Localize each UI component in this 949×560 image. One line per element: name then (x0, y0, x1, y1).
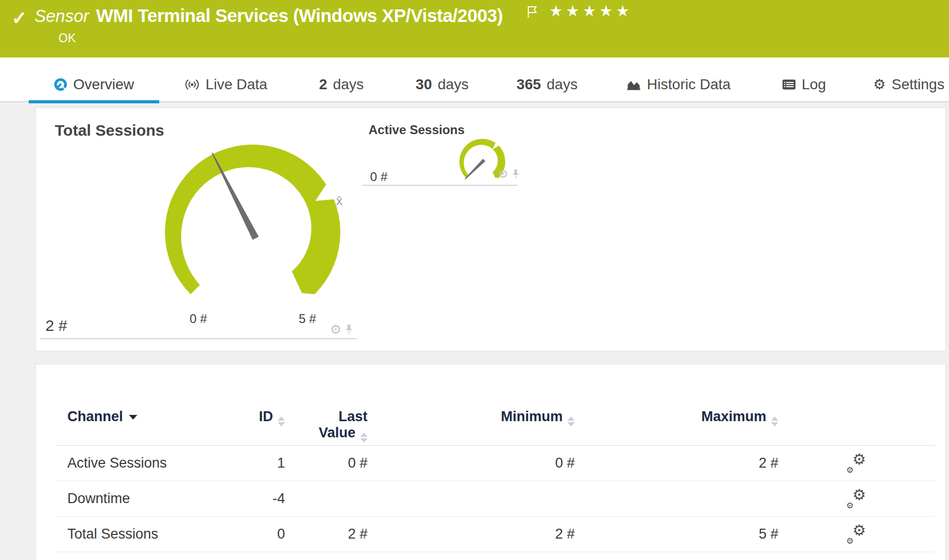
log-icon (782, 79, 796, 90)
channel-id: 0 (187, 526, 285, 542)
sensor-header: ✓ Sensor WMI Terminal Services (Windows … (0, 0, 949, 57)
area-chart-icon (626, 78, 641, 91)
active-sessions-current-value: 0 # (370, 170, 387, 184)
gauge-scale-min: 0 # (183, 312, 214, 326)
tab-label: days (438, 76, 469, 93)
channel-minimum: 0 # (367, 455, 575, 471)
gauge-toolbar: ⚙ (330, 323, 353, 336)
tab-label: Live Data (206, 76, 267, 93)
channel-last-value: 0 # (285, 455, 367, 471)
sort-icon (771, 416, 778, 426)
total-sessions-gauge (159, 140, 347, 318)
table-header-row: Channel ID Last Value Minimum Maximum (56, 364, 935, 446)
column-header-last-value[interactable]: Last Value (285, 364, 367, 443)
channel-settings-gears-icon[interactable]: ⚙⚙ (847, 490, 866, 508)
sensor-status-text: OK (58, 31, 76, 45)
gauge-needle (466, 160, 485, 179)
channel-settings-gears-icon[interactable]: ⚙⚙ (847, 525, 866, 544)
table-row[interactable]: Total Sessions 0 2 # 2 # 5 # ⚙⚙ (56, 517, 935, 552)
tab-day-number: 2 (319, 76, 327, 93)
gauge-toolbar: ⚙ (498, 169, 519, 180)
tab-log[interactable]: Log (777, 57, 831, 102)
pin-icon[interactable] (345, 324, 353, 335)
gear-icon[interactable]: ⚙ (498, 169, 508, 180)
gauges-panel: Total Sessions x̄ 0 # 5 # 2 # ⚙ Active S… (35, 108, 946, 351)
tab-overview[interactable]: Overview (29, 57, 159, 102)
sort-icon (278, 416, 285, 426)
active-sessions-gauge-title: Active Sessions (369, 123, 465, 137)
priority-stars[interactable]: ★★★★★ (549, 2, 633, 20)
tab-live-data[interactable]: Live Data (180, 57, 271, 102)
channel-id: 1 (187, 455, 285, 471)
tab-day-number: 30 (416, 76, 432, 93)
status-ok-check-icon: ✓ (11, 7, 27, 29)
channel-name[interactable]: Total Sessions (56, 526, 187, 542)
column-header-maximum[interactable]: Maximum (575, 364, 778, 426)
channel-table-panel: Channel ID Last Value Minimum Maximum Ac… (35, 364, 946, 560)
sort-icon (567, 416, 575, 426)
column-header-channel[interactable]: Channel (56, 364, 187, 425)
tab-bar: Overview Live Data 2 days 30 days 365 da… (0, 57, 949, 102)
gauge-divider (40, 338, 357, 339)
column-header-minimum[interactable]: Minimum (367, 364, 575, 426)
channel-maximum: 5 # (575, 526, 778, 542)
total-sessions-gauge-title: Total Sessions (55, 122, 164, 139)
tab-30-days[interactable]: 30 days (411, 57, 473, 102)
channel-last-value: 2 # (285, 526, 367, 542)
gear-icon: ⚙ (873, 78, 886, 92)
gauge-divider (362, 185, 517, 186)
channel-settings-gears-icon[interactable]: ⚙⚙ (847, 454, 866, 473)
total-sessions-current-value: 2 # (45, 317, 67, 335)
tab-label: Overview (73, 76, 134, 93)
table-row[interactable]: Active Sessions 1 0 # 0 # 2 # ⚙⚙ (56, 446, 935, 481)
tab-365-days[interactable]: 365 days (513, 57, 581, 102)
channel-id: -4 (187, 491, 285, 507)
gauge-mean-marker: x̄ (336, 194, 342, 208)
tab-day-number: 365 (517, 76, 541, 93)
channel-table: Channel ID Last Value Minimum Maximum Ac… (56, 364, 935, 552)
object-kind-label: Sensor (34, 6, 89, 26)
gauge-icon (54, 78, 67, 91)
pin-icon[interactable] (512, 169, 519, 180)
channel-name[interactable]: Downtime (56, 491, 187, 507)
active-tab-underline (29, 100, 159, 103)
column-header-id[interactable]: ID (187, 364, 285, 426)
tab-label: Historic Data (647, 76, 730, 93)
sort-icon (360, 433, 367, 443)
tab-settings[interactable]: ⚙ Settings (872, 57, 946, 102)
channel-name[interactable]: Active Sessions (56, 455, 187, 471)
tab-label: Log (802, 76, 826, 93)
flag-icon[interactable] (526, 5, 539, 19)
channel-minimum: 2 # (367, 526, 575, 542)
tab-label: Settings (892, 76, 944, 93)
sensor-title: WMI Terminal Services (Windows XP/Vista/… (96, 5, 503, 26)
tab-label: days (547, 76, 577, 93)
chevron-down-icon (129, 415, 137, 420)
tab-2-days[interactable]: 2 days (312, 57, 371, 102)
broadcast-icon (184, 78, 200, 91)
gear-icon[interactable]: ⚙ (330, 323, 341, 336)
tab-label: days (333, 76, 364, 93)
tab-historic-data[interactable]: Historic Data (623, 57, 734, 102)
gauge-scale-max: 5 # (292, 312, 323, 326)
channel-maximum: 2 # (575, 455, 778, 471)
table-row[interactable]: Downtime -4 ⚙⚙ (56, 481, 935, 517)
